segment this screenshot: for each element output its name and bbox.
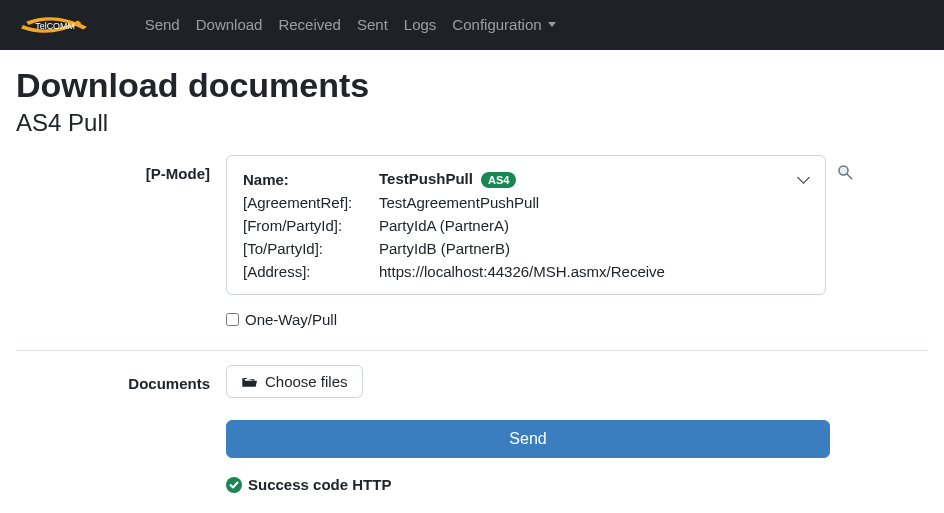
nav-list: Send Download Received Sent Logs Configu…	[137, 16, 564, 34]
section-divider	[16, 350, 928, 351]
main-content: Download documents AS4 Pull [P-Mode] Nam…	[0, 50, 944, 342]
nav-configuration[interactable]: Configuration	[452, 16, 555, 33]
pmode-from-label: [From/PartyId]:	[243, 215, 377, 236]
pmode-selector[interactable]: Name: TestPushPull AS4 [AgreementRef]: T…	[226, 155, 826, 295]
status-text: Success code HTTP	[248, 476, 391, 493]
pmode-address-label: [Address]:	[243, 261, 377, 282]
check-circle-icon	[226, 477, 242, 493]
search-icon[interactable]	[836, 163, 854, 185]
svg-point-1	[839, 166, 848, 175]
oneway-label[interactable]: One-Way/Pull	[245, 311, 337, 328]
folder-open-icon	[241, 375, 257, 389]
choose-files-label: Choose files	[265, 373, 348, 390]
nav-send[interactable]: Send	[145, 16, 180, 33]
pmode-details: Name: TestPushPull AS4 [AgreementRef]: T…	[241, 166, 811, 284]
documents-section: Documents Choose files Send Success code…	[0, 365, 944, 493]
choose-files-button[interactable]: Choose files	[226, 365, 363, 398]
nav-configuration-label: Configuration	[452, 16, 541, 33]
send-button[interactable]: Send	[226, 420, 830, 458]
status-row: Success code HTTP	[226, 476, 391, 493]
svg-line-2	[847, 174, 852, 179]
pmode-badge: AS4	[481, 172, 516, 188]
pmode-agreement-value: TestAgreementPushPull	[379, 192, 809, 213]
pmode-agreement-label: [AgreementRef]:	[243, 192, 377, 213]
nav-download[interactable]: Download	[196, 16, 263, 33]
pmode-row: [P-Mode] Name: TestPushPull AS4 [Agreeme…	[16, 155, 928, 295]
documents-label: Documents	[16, 365, 226, 493]
pmode-from-value: PartyIdA (PartnerA)	[379, 215, 809, 236]
chevron-down-icon	[799, 168, 811, 180]
oneway-checkbox[interactable]	[226, 313, 239, 326]
pmode-to-value: PartyIdB (PartnerB)	[379, 238, 809, 259]
chevron-down-icon	[548, 22, 556, 27]
page-subtitle: AS4 Pull	[16, 109, 928, 137]
brand-logo[interactable]: TelCOMM	[14, 9, 121, 41]
documents-row: Documents Choose files Send Success code…	[16, 365, 928, 493]
pmode-to-label: [To/PartyId]:	[243, 238, 377, 259]
pmode-name-label: Name:	[243, 168, 377, 190]
search-icon-wrap	[826, 155, 854, 185]
pmode-name-value: TestPushPull	[379, 170, 473, 187]
svg-text:TelCOMM: TelCOMM	[35, 21, 74, 31]
page-title: Download documents	[16, 66, 928, 105]
nav-logs[interactable]: Logs	[404, 16, 437, 33]
nav-sent[interactable]: Sent	[357, 16, 388, 33]
navbar: TelCOMM Send Download Received Sent Logs…	[0, 0, 944, 50]
pmode-label: [P-Mode]	[16, 155, 226, 295]
nav-received[interactable]: Received	[278, 16, 341, 33]
oneway-row: One-Way/Pull	[16, 303, 928, 342]
pmode-address-value: https://localhost:44326/MSH.asmx/Receive	[379, 261, 809, 282]
